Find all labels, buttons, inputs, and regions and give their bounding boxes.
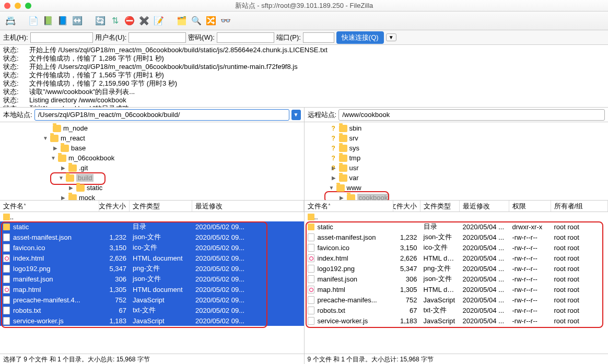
parent-dir[interactable]: .. xyxy=(305,212,609,221)
user-input[interactable] xyxy=(128,32,186,43)
tree-item[interactable]: ▼m_react xyxy=(0,133,304,143)
file-row[interactable]: favicon.ico3,150ico-文件2020/05/04 ...-rw-… xyxy=(305,242,609,253)
refresh-icon[interactable]: 🔄 xyxy=(94,15,107,27)
col-type[interactable]: 文件类型 xyxy=(420,201,460,212)
col-name[interactable]: 文件名 xyxy=(305,201,393,212)
file-row[interactable]: service-worker.js1,183JavaScript2020/05/… xyxy=(305,315,609,326)
local-path-dropdown-icon[interactable]: ▼ xyxy=(291,110,301,120)
compare-icon[interactable]: 🔀 xyxy=(205,15,217,27)
col-own[interactable]: 所有者/组 xyxy=(551,201,609,212)
cancel-icon[interactable]: ⛔ xyxy=(123,15,136,27)
file-row[interactable]: static目录2020/05/04 ...drwxr-xr-xroot roo… xyxy=(305,221,609,232)
reconnect-icon[interactable]: 📝 xyxy=(153,15,165,27)
pass-input[interactable] xyxy=(217,32,274,43)
toggle-local-tree-icon[interactable]: 📗 xyxy=(42,15,54,27)
search-icon[interactable]: 🔍 xyxy=(190,15,203,27)
process-queue-icon[interactable]: ⇅ xyxy=(109,15,121,27)
tree-item[interactable]: sbin xyxy=(305,123,609,133)
log-text: 文件传输成功，传输了 2,159,590 字节 (用时3 秒) xyxy=(29,79,177,88)
tree-item[interactable]: sys xyxy=(305,143,609,153)
close-window[interactable] xyxy=(4,3,10,9)
tree-item[interactable]: ▶cookbook xyxy=(305,193,609,201)
file-row[interactable]: favicon.ico3,150ico-文件2020/05/02 09... xyxy=(0,242,304,253)
disclosure-icon[interactable]: ▶ xyxy=(69,185,74,191)
disclosure-icon[interactable]: ▼ xyxy=(329,185,334,191)
disclosure-icon[interactable]: ▶ xyxy=(340,195,345,201)
file-icon xyxy=(308,275,314,283)
tree-item[interactable]: ▶var xyxy=(305,173,609,183)
file-size: 2,626 xyxy=(393,254,420,262)
disclosure-icon[interactable]: ▶ xyxy=(332,175,337,181)
toggle-remote-tree-icon[interactable]: 📘 xyxy=(56,15,69,27)
toggle-log-icon[interactable]: 📄 xyxy=(27,15,40,27)
tree-item[interactable]: ▶base xyxy=(0,143,304,153)
tree-item[interactable]: ▶static xyxy=(0,183,304,193)
parent-dir[interactable]: .. xyxy=(0,212,304,221)
file-row[interactable]: asset-manifest.json1,232json-文件2020/05/0… xyxy=(0,232,304,242)
remote-path-input[interactable] xyxy=(338,109,605,121)
file-row[interactable]: manifest.json306json-文件2020/05/04 ...-rw… xyxy=(305,274,609,284)
tree-item[interactable]: ▶mock xyxy=(0,193,304,201)
find-icon[interactable]: 👓 xyxy=(219,15,232,27)
tree-item[interactable]: ▼www xyxy=(305,183,609,193)
disclosure-icon[interactable]: ▼ xyxy=(51,155,56,161)
disclosure-icon[interactable]: ▶ xyxy=(53,145,59,151)
toggle-queue-icon[interactable]: ↔️ xyxy=(71,15,84,27)
disconnect-icon[interactable]: ✖️ xyxy=(138,15,150,27)
file-row[interactable]: map.html1,305HTML document2020/05/02 09.… xyxy=(0,284,304,295)
col-size[interactable]: 文件大小 xyxy=(99,201,130,212)
folder-icon xyxy=(347,194,355,201)
col-mod[interactable]: 最近修改 xyxy=(192,201,304,212)
minimize-window[interactable] xyxy=(15,3,21,9)
file-row[interactable]: service-worker.js1,183JavaScript2020/05/… xyxy=(0,315,304,326)
maximize-window[interactable] xyxy=(25,3,31,9)
tree-item[interactable]: m_node xyxy=(0,123,304,133)
disclosure-icon[interactable]: ▼ xyxy=(43,135,48,141)
file-row[interactable]: logo192.png5,347png-文件2020/05/02 09... xyxy=(0,263,304,274)
disclosure-icon[interactable]: ▶ xyxy=(61,165,66,171)
file-row[interactable]: static目录2020/05/02 09... xyxy=(0,221,304,232)
file-perm: -rw-r--r-- xyxy=(509,233,551,241)
file-icon xyxy=(3,254,10,262)
file-row[interactable]: asset-manifest.json1,232json-文件2020/05/0… xyxy=(305,232,609,242)
tree-item[interactable]: ▼build xyxy=(0,173,304,183)
site-manager-icon[interactable]: 📇 xyxy=(4,15,17,27)
disclosure-icon[interactable]: ▶ xyxy=(61,195,66,201)
quickconnect-dropdown-icon[interactable]: ▼ xyxy=(386,33,396,41)
file-name: index.html xyxy=(13,254,44,262)
tree-item[interactable]: ▼m_06cookbook xyxy=(0,153,304,163)
file-row[interactable]: precache-manifes...752JavaScript2020/05/… xyxy=(305,295,609,305)
col-type[interactable]: 文件类型 xyxy=(130,201,192,212)
tree-item[interactable]: ▶.git xyxy=(0,163,304,173)
file-row[interactable]: robots.txt67txt-文件2020/05/02 09... xyxy=(0,305,304,315)
tree-item[interactable]: tmp xyxy=(305,153,609,163)
message-log[interactable]: 状态:开始上传 /Users/zql/GP18/m_react/m_06cook… xyxy=(0,45,608,108)
quickconnect-button[interactable]: 快速连接(Q) xyxy=(336,31,384,44)
file-row[interactable]: precache-manifest.4...752JavaScript2020/… xyxy=(0,295,304,305)
col-size[interactable]: 文件大小 xyxy=(393,201,420,212)
disclosure-icon[interactable]: ▼ xyxy=(59,175,64,181)
folder-icon xyxy=(339,145,347,152)
local-file-list[interactable]: ..static目录2020/05/02 09...asset-manifest… xyxy=(0,212,304,354)
file-row[interactable]: index.html2,626HTML do...2020/05/04 ...-… xyxy=(305,253,609,263)
file-row[interactable]: logo192.png5,347png-文件2020/05/04 ...-rw-… xyxy=(305,263,609,274)
tree-item[interactable]: ▶usr xyxy=(305,163,609,173)
file-icon xyxy=(3,307,10,314)
local-tree[interactable]: m_node▼m_react▶base▼m_06cookbook▶.git▼bu… xyxy=(0,122,304,201)
file-row[interactable]: index.html2,626HTML document2020/05/02 0… xyxy=(0,253,304,263)
col-name[interactable]: 文件名 xyxy=(0,201,99,212)
col-mod[interactable]: 最近修改 xyxy=(460,201,509,212)
tree-item[interactable]: srv xyxy=(305,133,609,143)
host-input[interactable] xyxy=(30,32,93,43)
file-own: root root xyxy=(551,317,609,325)
folder-icon xyxy=(339,155,347,162)
remote-file-list[interactable]: ..static目录2020/05/04 ...drwxr-xr-xroot r… xyxy=(305,212,609,354)
file-row[interactable]: manifest.json306json-文件2020/05/02 09... xyxy=(0,274,304,284)
file-row[interactable]: robots.txt67txt-文件2020/05/04 ...-rw-r--r… xyxy=(305,305,609,315)
col-perm[interactable]: 权限 xyxy=(509,201,551,212)
port-input[interactable] xyxy=(303,32,334,43)
remote-tree[interactable]: sbinsrvsystmp▶usr▶var▼www▶cookbook xyxy=(305,122,609,201)
file-row[interactable]: map.html1,305HTML do...2020/05/04 ...-rw… xyxy=(305,284,609,295)
filter-icon[interactable]: 🗂️ xyxy=(176,15,188,27)
local-path-input[interactable] xyxy=(34,109,289,121)
